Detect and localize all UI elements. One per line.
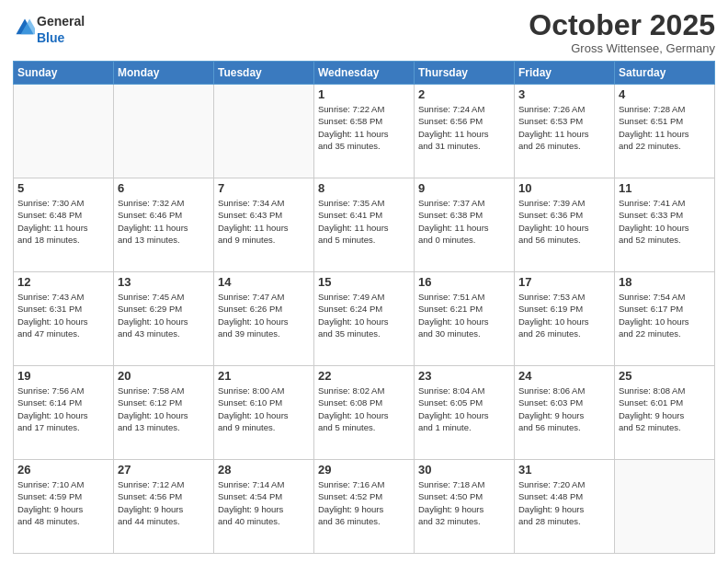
day-number: 25 (619, 369, 711, 383)
day-number: 7 (218, 181, 310, 195)
table-row: 17Sunrise: 7:53 AM Sunset: 6:19 PM Dayli… (515, 272, 615, 366)
calendar-week-row: 5Sunrise: 7:30 AM Sunset: 6:48 PM Daylig… (14, 178, 715, 272)
day-number: 19 (17, 369, 109, 383)
table-row: 27Sunrise: 7:12 AM Sunset: 4:56 PM Dayli… (114, 460, 214, 554)
page: General Blue October 2025 Gross Wittense… (0, 0, 728, 563)
day-number: 8 (318, 181, 410, 195)
day-info: Sunrise: 7:35 AM Sunset: 6:41 PM Dayligh… (318, 197, 410, 246)
table-row: 30Sunrise: 7:18 AM Sunset: 4:50 PM Dayli… (415, 460, 515, 554)
day-number: 16 (418, 275, 510, 289)
table-row: 14Sunrise: 7:47 AM Sunset: 6:26 PM Dayli… (214, 272, 314, 366)
day-info: Sunrise: 7:41 AM Sunset: 6:33 PM Dayligh… (619, 197, 711, 246)
table-row: 2Sunrise: 7:24 AM Sunset: 6:56 PM Daylig… (415, 85, 515, 178)
day-info: Sunrise: 7:45 AM Sunset: 6:29 PM Dayligh… (118, 291, 210, 339)
day-number: 12 (17, 275, 109, 289)
table-row: 7Sunrise: 7:34 AM Sunset: 6:43 PM Daylig… (214, 178, 314, 272)
header-right: October 2025 Gross Wittensee, Germany (529, 9, 715, 55)
day-number: 14 (218, 275, 310, 289)
table-row: 23Sunrise: 8:04 AM Sunset: 6:05 PM Dayli… (415, 366, 515, 460)
day-number: 27 (118, 463, 210, 477)
table-row: 18Sunrise: 7:54 AM Sunset: 6:17 PM Dayli… (615, 272, 715, 366)
day-number: 31 (518, 463, 610, 477)
calendar-table: Sunday Monday Tuesday Wednesday Thursday… (13, 61, 715, 554)
day-info: Sunrise: 7:26 AM Sunset: 6:53 PM Dayligh… (518, 103, 610, 152)
day-number: 20 (118, 369, 210, 383)
table-row: 9Sunrise: 7:37 AM Sunset: 6:38 PM Daylig… (415, 178, 515, 272)
day-number: 3 (518, 87, 610, 101)
header-thursday: Thursday (415, 62, 515, 85)
day-info: Sunrise: 7:39 AM Sunset: 6:36 PM Dayligh… (518, 197, 610, 246)
table-row (214, 85, 314, 178)
day-number: 18 (619, 275, 711, 289)
header-friday: Friday (515, 62, 615, 85)
logo-icon (15, 17, 35, 38)
table-row: 20Sunrise: 7:58 AM Sunset: 6:12 PM Dayli… (114, 366, 214, 460)
day-number: 28 (218, 463, 310, 477)
calendar-week-row: 12Sunrise: 7:43 AM Sunset: 6:31 PM Dayli… (14, 272, 715, 366)
calendar-week-row: 1Sunrise: 7:22 AM Sunset: 6:58 PM Daylig… (14, 85, 715, 178)
day-number: 24 (518, 369, 610, 383)
header-tuesday: Tuesday (214, 62, 314, 85)
table-row: 22Sunrise: 8:02 AM Sunset: 6:08 PM Dayli… (314, 366, 415, 460)
table-row: 31Sunrise: 7:20 AM Sunset: 4:48 PM Dayli… (515, 460, 615, 554)
header-monday: Monday (114, 62, 214, 85)
day-number: 9 (418, 181, 510, 195)
day-number: 15 (318, 275, 410, 289)
day-info: Sunrise: 7:37 AM Sunset: 6:38 PM Dayligh… (418, 197, 510, 246)
table-row: 21Sunrise: 8:00 AM Sunset: 6:10 PM Dayli… (214, 366, 314, 460)
day-number: 6 (118, 181, 210, 195)
table-row (14, 85, 114, 178)
day-number: 22 (318, 369, 410, 383)
calendar-week-row: 26Sunrise: 7:10 AM Sunset: 4:59 PM Dayli… (14, 460, 715, 554)
day-info: Sunrise: 7:58 AM Sunset: 6:12 PM Dayligh… (118, 385, 210, 433)
day-number: 21 (218, 369, 310, 383)
day-info: Sunrise: 7:30 AM Sunset: 6:48 PM Dayligh… (17, 197, 109, 246)
day-info: Sunrise: 7:12 AM Sunset: 4:56 PM Dayligh… (118, 478, 210, 527)
day-info: Sunrise: 7:28 AM Sunset: 6:51 PM Dayligh… (619, 103, 711, 152)
day-info: Sunrise: 8:04 AM Sunset: 6:05 PM Dayligh… (418, 385, 510, 433)
logo: General Blue (13, 13, 85, 46)
table-row: 8Sunrise: 7:35 AM Sunset: 6:41 PM Daylig… (314, 178, 415, 272)
day-info: Sunrise: 7:47 AM Sunset: 6:26 PM Dayligh… (218, 291, 310, 339)
day-number: 4 (619, 87, 711, 101)
table-row: 4Sunrise: 7:28 AM Sunset: 6:51 PM Daylig… (615, 85, 715, 178)
table-row: 3Sunrise: 7:26 AM Sunset: 6:53 PM Daylig… (515, 85, 615, 178)
day-info: Sunrise: 8:06 AM Sunset: 6:03 PM Dayligh… (518, 385, 610, 433)
table-row: 15Sunrise: 7:49 AM Sunset: 6:24 PM Dayli… (314, 272, 415, 366)
day-info: Sunrise: 7:54 AM Sunset: 6:17 PM Dayligh… (619, 291, 711, 339)
day-info: Sunrise: 7:14 AM Sunset: 4:54 PM Dayligh… (218, 478, 310, 527)
table-row (114, 85, 214, 178)
day-info: Sunrise: 7:10 AM Sunset: 4:59 PM Dayligh… (17, 478, 109, 527)
day-number: 11 (619, 181, 711, 195)
location: Gross Wittensee, Germany (529, 41, 715, 55)
day-info: Sunrise: 7:24 AM Sunset: 6:56 PM Dayligh… (418, 103, 510, 152)
day-number: 29 (318, 463, 410, 477)
calendar-header-row: Sunday Monday Tuesday Wednesday Thursday… (14, 62, 715, 85)
day-info: Sunrise: 7:18 AM Sunset: 4:50 PM Dayligh… (418, 478, 510, 527)
day-info: Sunrise: 7:22 AM Sunset: 6:58 PM Dayligh… (318, 103, 410, 152)
day-info: Sunrise: 8:08 AM Sunset: 6:01 PM Dayligh… (619, 385, 711, 433)
day-number: 13 (118, 275, 210, 289)
table-row: 19Sunrise: 7:56 AM Sunset: 6:14 PM Dayli… (14, 366, 114, 460)
table-row: 10Sunrise: 7:39 AM Sunset: 6:36 PM Dayli… (515, 178, 615, 272)
day-info: Sunrise: 8:02 AM Sunset: 6:08 PM Dayligh… (318, 385, 410, 433)
logo-general-text: General (37, 14, 85, 29)
day-info: Sunrise: 8:00 AM Sunset: 6:10 PM Dayligh… (218, 385, 310, 433)
day-number: 23 (418, 369, 510, 383)
table-row: 1Sunrise: 7:22 AM Sunset: 6:58 PM Daylig… (314, 85, 415, 178)
day-number: 26 (17, 463, 109, 477)
table-row: 29Sunrise: 7:16 AM Sunset: 4:52 PM Dayli… (314, 460, 415, 554)
day-number: 10 (518, 181, 610, 195)
header: General Blue October 2025 Gross Wittense… (13, 9, 715, 55)
day-number: 17 (518, 275, 610, 289)
table-row: 5Sunrise: 7:30 AM Sunset: 6:48 PM Daylig… (14, 178, 114, 272)
table-row: 24Sunrise: 8:06 AM Sunset: 6:03 PM Dayli… (515, 366, 615, 460)
header-sunday: Sunday (14, 62, 114, 85)
day-number: 30 (418, 463, 510, 477)
header-wednesday: Wednesday (314, 62, 415, 85)
table-row: 16Sunrise: 7:51 AM Sunset: 6:21 PM Dayli… (415, 272, 515, 366)
table-row: 26Sunrise: 7:10 AM Sunset: 4:59 PM Dayli… (14, 460, 114, 554)
day-info: Sunrise: 7:43 AM Sunset: 6:31 PM Dayligh… (17, 291, 109, 339)
day-info: Sunrise: 7:49 AM Sunset: 6:24 PM Dayligh… (318, 291, 410, 339)
day-info: Sunrise: 7:32 AM Sunset: 6:46 PM Dayligh… (118, 197, 210, 246)
